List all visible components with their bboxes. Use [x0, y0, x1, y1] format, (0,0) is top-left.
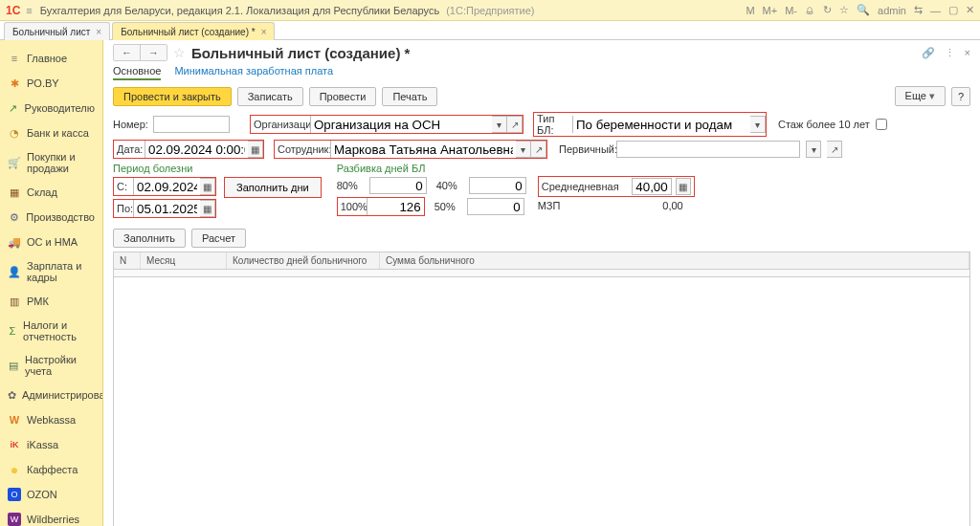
- sidebar-item-admin[interactable]: ✿Администрирование: [0, 383, 102, 407]
- settings-icon[interactable]: ⇆: [914, 4, 923, 16]
- favorite-star-icon[interactable]: ☆: [173, 45, 186, 60]
- nav-back-icon[interactable]: ←: [114, 45, 141, 60]
- open-icon[interactable]: ↗: [827, 141, 842, 158]
- print-button[interactable]: Печать: [382, 87, 437, 106]
- coins-icon: ◔: [8, 126, 21, 140]
- close-icon[interactable]: ✕: [966, 4, 974, 16]
- open-icon[interactable]: ↗: [531, 141, 546, 158]
- to-input[interactable]: [133, 200, 200, 217]
- sidebar-item-taxes[interactable]: ΣНалоги и отчетность: [0, 314, 102, 348]
- to-label: По:: [114, 203, 133, 214]
- history-icon[interactable]: ↻: [823, 4, 832, 16]
- col-month[interactable]: Месяц: [141, 252, 227, 269]
- dropdown-icon[interactable]: ▾: [806, 141, 821, 158]
- p40-label: 40%: [436, 180, 465, 191]
- calendar-icon[interactable]: ▦: [248, 141, 263, 158]
- tab-sicklist[interactable]: Больничный лист ×: [4, 22, 110, 40]
- more-icon[interactable]: ⋮: [945, 47, 955, 59]
- bell-icon[interactable]: 🕭: [805, 5, 815, 16]
- sidebar-item-stock[interactable]: ▦Склад: [0, 180, 102, 205]
- write-button[interactable]: Записать: [237, 87, 303, 106]
- subtab-mzp[interactable]: Минимальная заработная плата: [174, 65, 333, 80]
- p50-input[interactable]: [467, 198, 524, 215]
- sidebar-item-settings[interactable]: ▤Настройки учета: [0, 348, 102, 383]
- webkassa-icon: W: [8, 413, 21, 427]
- link-icon[interactable]: 🔗: [922, 47, 935, 59]
- sidebar-item-salary[interactable]: 👤Зарплата и кадры: [0, 254, 102, 289]
- sidebar-item-main[interactable]: ≡Главное: [0, 46, 102, 71]
- sidebar-item-label: Покупки и продажи: [27, 151, 95, 174]
- post-button[interactable]: Провести: [309, 87, 377, 106]
- sidebar-item-webkassa[interactable]: WWebkassa: [0, 407, 102, 432]
- search-icon[interactable]: 🔍: [857, 4, 870, 16]
- main-area: ≡Главное ✱PO.BY ↗Руководителю ◔Банк и ка…: [0, 40, 980, 526]
- calendar-icon[interactable]: ▦: [200, 178, 215, 195]
- maximize-icon[interactable]: ▢: [948, 4, 958, 16]
- sidebar-item-production[interactable]: ⚙Производство: [0, 205, 102, 230]
- sidebar-item-wildberries[interactable]: WWildberries: [0, 507, 102, 526]
- subtab-main[interactable]: Основное: [113, 65, 161, 80]
- sidebar-item-ozon[interactable]: OOZON: [0, 482, 102, 507]
- sidebar-item-ikassa[interactable]: iKiKassa: [0, 432, 102, 457]
- dropdown-icon[interactable]: ▾: [750, 116, 766, 133]
- p40-input[interactable]: [469, 177, 526, 194]
- from-input[interactable]: [133, 178, 200, 195]
- gear-icon: ⚙: [8, 210, 20, 224]
- p100-input[interactable]: [367, 198, 424, 215]
- nav-forward-icon[interactable]: →: [141, 45, 167, 60]
- number-input[interactable]: [153, 116, 230, 133]
- calc-m[interactable]: M: [746, 5, 754, 16]
- bltype-input[interactable]: [572, 116, 750, 133]
- page-head: ← → ☆ Больничный лист (создание) * 🔗 ⋮ ×: [113, 44, 970, 61]
- tab-close-icon[interactable]: ×: [96, 27, 101, 37]
- sidebar-item-label: Руководителю: [25, 102, 95, 114]
- help-button[interactable]: ?: [951, 87, 970, 106]
- calc-button[interactable]: Расчет: [191, 229, 246, 248]
- col-n[interactable]: N: [114, 252, 141, 269]
- sidebar-item-manager[interactable]: ↗Руководителю: [0, 96, 102, 121]
- primary-input[interactable]: [616, 141, 800, 158]
- employee-label: Сотрудник:: [275, 143, 330, 155]
- calendar-icon[interactable]: ▦: [200, 200, 215, 217]
- sidebar-item-poby[interactable]: ✱PO.BY: [0, 71, 102, 96]
- sidebar-item-label: Зарплата и кадры: [27, 260, 95, 283]
- calc-mplus[interactable]: M+: [763, 5, 778, 16]
- action-bar: Провести и закрыть Записать Провести Печ…: [113, 86, 970, 106]
- fill-button[interactable]: Заполнить: [113, 229, 186, 248]
- employee-input[interactable]: [330, 141, 516, 158]
- star-icon[interactable]: ☆: [839, 4, 849, 16]
- flower-icon: ✿: [8, 388, 16, 402]
- tab-sicklist-create[interactable]: Больничный лист (создание) * ×: [112, 22, 275, 40]
- dropdown-icon[interactable]: ▾: [492, 116, 507, 133]
- calc-icon[interactable]: ▦: [676, 178, 691, 195]
- date-input[interactable]: [145, 141, 248, 158]
- p80-input[interactable]: [369, 177, 427, 194]
- sd-input[interactable]: [632, 178, 672, 195]
- sidebar-item-os[interactable]: 🚚ОС и НМА: [0, 230, 102, 254]
- sidebar-item-rmk[interactable]: ▥РМК: [0, 289, 102, 314]
- raz-title: Разбивка дней БЛ: [337, 163, 526, 174]
- more-button[interactable]: Еще: [895, 86, 946, 106]
- page-close-icon[interactable]: ×: [965, 47, 970, 59]
- sidebar-item-bank[interactable]: ◔Банк и касса: [0, 121, 102, 145]
- raz-block: Разбивка дней БЛ 80% 40% 100% 50%: [337, 163, 526, 219]
- org-input[interactable]: [310, 116, 492, 133]
- tab-close-icon[interactable]: ×: [261, 27, 267, 37]
- post-close-button[interactable]: Провести и закрыть: [113, 87, 232, 106]
- col-sum[interactable]: Сумма больничного: [380, 252, 969, 269]
- fill-days-button[interactable]: Заполнить дни: [224, 177, 322, 198]
- grid-empty[interactable]: [114, 277, 969, 526]
- minimize-icon[interactable]: —: [930, 5, 941, 16]
- col-days[interactable]: Количество дней больничного: [227, 252, 380, 269]
- exp10-checkbox[interactable]: [876, 119, 887, 130]
- user-label[interactable]: admin: [878, 5, 906, 16]
- sidebar-item-kaffesta[interactable]: ●Каффеста: [0, 457, 102, 482]
- grid-active-row[interactable]: [114, 270, 969, 277]
- dropdown-icon[interactable]: ▾: [516, 141, 531, 158]
- calc-mminus[interactable]: M-: [785, 5, 797, 16]
- sidebar-item-label: Банк и касса: [27, 127, 89, 139]
- sidebar-item-sales[interactable]: 🛒Покупки и продажи: [0, 145, 102, 180]
- menu-icon[interactable]: ≡: [26, 5, 32, 16]
- grid: N Месяц Количество дней больничного Сумм…: [113, 252, 970, 526]
- open-icon[interactable]: ↗: [507, 116, 523, 133]
